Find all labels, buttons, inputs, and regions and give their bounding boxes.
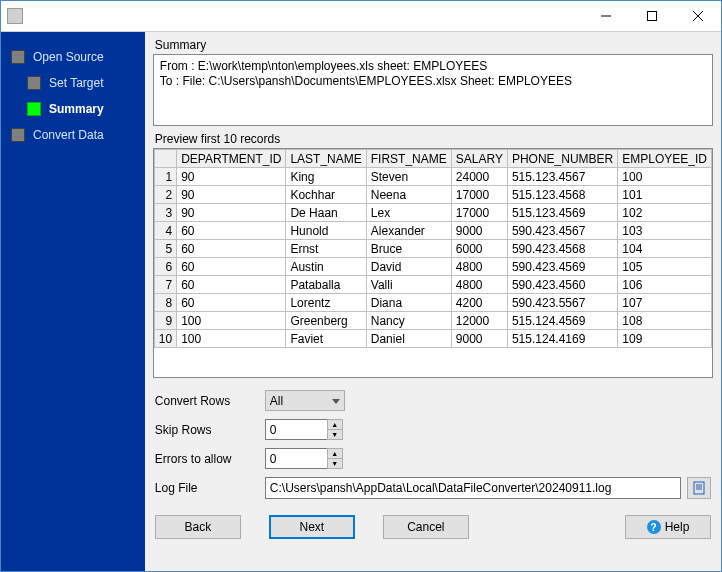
table-cell[interactable]: De Haan [286, 204, 366, 222]
table-cell[interactable]: 9000 [451, 330, 507, 348]
table-cell[interactable]: Austin [286, 258, 366, 276]
summary-textbox[interactable]: From : E:\work\temp\nton\employees.xls s… [153, 54, 713, 126]
table-cell[interactable]: 100 [618, 168, 712, 186]
table-cell[interactable]: Hunold [286, 222, 366, 240]
table-cell[interactable]: Neena [366, 186, 451, 204]
table-row[interactable]: 290KochharNeena17000515.123.4568101 [154, 186, 711, 204]
table-cell[interactable]: 4800 [451, 258, 507, 276]
sidebar-item-convert-data[interactable]: Convert Data [1, 122, 145, 148]
table-cell[interactable]: 90 [177, 168, 286, 186]
table-cell[interactable]: Lorentz [286, 294, 366, 312]
table-row[interactable]: 560ErnstBruce6000590.423.4568104 [154, 240, 711, 258]
back-button[interactable]: Back [155, 515, 241, 539]
errors-allow-up[interactable]: ▲ [327, 448, 343, 458]
table-cell[interactable]: 24000 [451, 168, 507, 186]
table-cell[interactable]: 17000 [451, 204, 507, 222]
errors-allow-input[interactable] [265, 448, 327, 469]
table-cell[interactable]: Lex [366, 204, 451, 222]
table-cell[interactable]: 101 [618, 186, 712, 204]
table-cell[interactable]: Faviet [286, 330, 366, 348]
table-cell[interactable]: Pataballa [286, 276, 366, 294]
log-file-input[interactable] [265, 477, 681, 499]
table-row[interactable]: 190KingSteven24000515.123.4567100 [154, 168, 711, 186]
table-row[interactable]: 10100FavietDaniel9000515.124.4169109 [154, 330, 711, 348]
column-header[interactable]: PHONE_NUMBER [507, 150, 617, 168]
table-cell[interactable]: 108 [618, 312, 712, 330]
convert-rows-select[interactable]: All [265, 390, 345, 411]
table-cell[interactable]: 515.123.4567 [507, 168, 617, 186]
skip-rows-spinner[interactable]: ▲ ▼ [265, 419, 343, 440]
table-cell[interactable]: 6000 [451, 240, 507, 258]
table-cell[interactable]: Valli [366, 276, 451, 294]
minimize-button[interactable] [583, 1, 629, 31]
table-cell[interactable]: 12000 [451, 312, 507, 330]
table-cell[interactable]: 100 [177, 312, 286, 330]
sidebar-item-set-target[interactable]: Set Target [1, 70, 145, 96]
table-cell[interactable]: 104 [618, 240, 712, 258]
table-row[interactable]: 390De HaanLex17000515.123.4569102 [154, 204, 711, 222]
table-cell[interactable]: 90 [177, 186, 286, 204]
table-cell[interactable]: 17000 [451, 186, 507, 204]
table-cell[interactable]: 515.123.4569 [507, 204, 617, 222]
errors-allow-spinner[interactable]: ▲ ▼ [265, 448, 343, 469]
table-row[interactable]: 460HunoldAlexander9000590.423.4567103 [154, 222, 711, 240]
table-row[interactable]: 9100GreenbergNancy12000515.124.4569108 [154, 312, 711, 330]
table-cell[interactable]: 107 [618, 294, 712, 312]
table-cell[interactable]: 60 [177, 258, 286, 276]
column-header[interactable]: LAST_NAME [286, 150, 366, 168]
table-cell[interactable]: Alexander [366, 222, 451, 240]
table-cell[interactable]: Kochhar [286, 186, 366, 204]
maximize-button[interactable] [629, 1, 675, 31]
table-cell[interactable]: 60 [177, 294, 286, 312]
table-row[interactable]: 760PataballaValli4800590.423.4560106 [154, 276, 711, 294]
table-cell[interactable]: 60 [177, 240, 286, 258]
table-cell[interactable]: 590.423.4560 [507, 276, 617, 294]
table-cell[interactable]: 515.123.4568 [507, 186, 617, 204]
sidebar-item-summary[interactable]: Summary [1, 96, 145, 122]
errors-allow-down[interactable]: ▼ [327, 458, 343, 469]
table-cell[interactable]: Steven [366, 168, 451, 186]
cancel-button[interactable]: Cancel [383, 515, 469, 539]
skip-rows-input[interactable] [265, 419, 327, 440]
table-cell[interactable]: Diana [366, 294, 451, 312]
table-cell[interactable]: 9000 [451, 222, 507, 240]
table-cell[interactable]: 60 [177, 276, 286, 294]
skip-rows-up[interactable]: ▲ [327, 419, 343, 429]
table-cell[interactable]: Ernst [286, 240, 366, 258]
table-row[interactable]: 660AustinDavid4800590.423.4569105 [154, 258, 711, 276]
table-cell[interactable]: 4200 [451, 294, 507, 312]
skip-rows-down[interactable]: ▼ [327, 429, 343, 440]
next-button[interactable]: Next [269, 515, 355, 539]
table-cell[interactable]: Daniel [366, 330, 451, 348]
table-cell[interactable]: 590.423.4568 [507, 240, 617, 258]
column-header[interactable]: FIRST_NAME [366, 150, 451, 168]
table-cell[interactable]: 4800 [451, 276, 507, 294]
table-cell[interactable]: Nancy [366, 312, 451, 330]
table-cell[interactable]: Bruce [366, 240, 451, 258]
table-cell[interactable]: 105 [618, 258, 712, 276]
table-cell[interactable]: 60 [177, 222, 286, 240]
table-cell[interactable]: Greenberg [286, 312, 366, 330]
table-cell[interactable]: 100 [177, 330, 286, 348]
help-button[interactable]: ? Help [625, 515, 711, 539]
browse-log-button[interactable] [687, 477, 711, 499]
table-row[interactable]: 860LorentzDiana4200590.423.5567107 [154, 294, 711, 312]
table-cell[interactable]: 590.423.4569 [507, 258, 617, 276]
table-cell[interactable]: 106 [618, 276, 712, 294]
table-cell[interactable]: 515.124.4169 [507, 330, 617, 348]
column-header[interactable]: EMPLOYEE_ID [618, 150, 712, 168]
table-cell[interactable]: 109 [618, 330, 712, 348]
table-cell[interactable]: 90 [177, 204, 286, 222]
table-cell[interactable]: King [286, 168, 366, 186]
table-cell[interactable]: 515.124.4569 [507, 312, 617, 330]
column-header[interactable]: SALARY [451, 150, 507, 168]
table-cell[interactable]: 102 [618, 204, 712, 222]
preview-grid[interactable]: DEPARTMENT_IDLAST_NAMEFIRST_NAMESALARYPH… [153, 148, 713, 378]
column-header[interactable]: DEPARTMENT_ID [177, 150, 286, 168]
close-button[interactable] [675, 1, 721, 31]
table-cell[interactable]: David [366, 258, 451, 276]
table-cell[interactable]: 590.423.5567 [507, 294, 617, 312]
table-cell[interactable]: 103 [618, 222, 712, 240]
table-cell[interactable]: 590.423.4567 [507, 222, 617, 240]
sidebar-item-open-source[interactable]: Open Source [1, 44, 145, 70]
